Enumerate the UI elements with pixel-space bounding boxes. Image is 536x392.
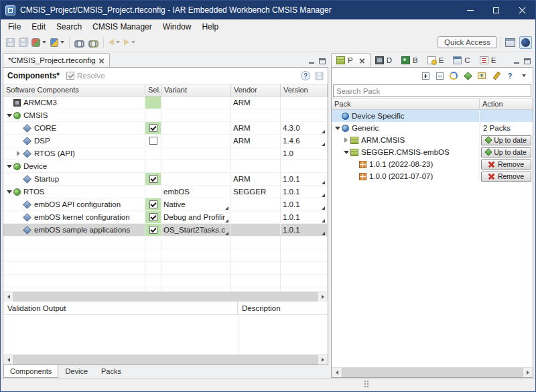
save-all-button[interactable] [17,35,29,50]
collapse-icon[interactable] [5,112,13,119]
menu-item-cmsis-manager[interactable]: CMSIS Manager [87,21,157,33]
menu-item-edit[interactable]: Edit [26,21,51,33]
component-row-embos-api-configuration[interactable]: embOS API configurationNative1.0.1 [3,198,328,211]
column-version[interactable]: Version [281,84,328,96]
collapse-icon[interactable] [5,188,13,196]
column-variant[interactable]: Variant [161,84,231,96]
scroll-left-icon[interactable] [3,292,13,302]
close-button[interactable] [509,1,535,19]
column-software-components[interactable]: Software Components [3,84,145,96]
up-to-date-button[interactable]: Up to date [481,147,531,157]
variant-cell[interactable]: Debug and Profiling [161,211,231,223]
checkbox-checked-icon[interactable] [149,226,157,234]
bottom-tab-device[interactable]: Device [58,365,94,378]
collapse-icon[interactable] [342,149,350,156]
checkbox-checked-icon[interactable] [149,213,157,221]
packs-hscrollbar[interactable] [332,367,533,377]
pack-row-1-0-1-2022-08-23[interactable]: 1.0.1 (2022-08-23)Remove [332,158,533,170]
view-tab-devices[interactable]: D [371,53,397,67]
menu-item-file[interactable]: File [3,21,26,33]
link-selection-button[interactable] [86,35,100,50]
manage-repos-icon[interactable] [490,70,502,82]
editor-tab-rteconfig[interactable]: *CMSIS_Project.rteconfig [3,53,110,67]
column-pack[interactable]: Pack [332,99,480,109]
maximize-view-icon[interactable] [524,58,531,64]
collapse-icon[interactable] [5,163,13,170]
component-row-device[interactable]: Device [3,160,328,173]
checkbox-checked-icon[interactable] [149,175,157,183]
component-row-cmsis[interactable]: CMSIS [3,109,328,122]
component-row-embos-kernel-configuration[interactable]: embOS kernel configurationDebug and Prof… [3,211,328,224]
expand-icon[interactable] [342,137,350,144]
minimize-view-icon[interactable] [514,58,520,64]
open-perspective-button[interactable] [503,35,517,50]
collapse-all-icon[interactable] [433,70,446,82]
scroll-left-icon[interactable] [3,355,13,365]
save-config-icon[interactable] [316,72,324,80]
pack-row-generic[interactable]: Generic2 Packs [332,122,533,134]
component-row-embos-sample-applications[interactable]: embOS sample applicationsOS_Start2Tasks.… [3,224,328,237]
column-action[interactable]: Action [480,99,533,109]
view-tab-packs[interactable]: P [331,53,371,67]
check-updates-icon[interactable] [462,70,474,82]
variant-cell[interactable]: OS_Start2Tasks.c [161,224,231,236]
save-button[interactable] [4,35,17,50]
component-row-startup[interactable]: StartupARM1.0.1 [3,173,328,186]
scroll-right-icon[interactable] [523,368,533,377]
menu-item-search[interactable]: Search [51,21,87,33]
component-row-armcm3[interactable]: ARMCM3ARM [3,96,328,109]
pack-row-arm-cmsis[interactable]: ARM.CMSISUp to date [332,134,533,146]
link-editor-button[interactable] [72,35,86,50]
column-vendor[interactable]: Vendor [231,84,281,96]
selection-cell[interactable] [145,211,161,223]
minimize-view-icon[interactable] [309,58,315,64]
remove-pack-button[interactable]: Remove [481,172,531,182]
component-row-core[interactable]: COREARM4.3.0 [3,122,328,135]
variant-cell[interactable]: Native [161,198,231,210]
selection-cell[interactable] [145,122,161,134]
view-menu-icon[interactable] [518,70,530,82]
view-tab-boards[interactable]: B [397,53,423,67]
quick-access-button[interactable]: Quick Access [438,36,497,48]
expand-all-icon[interactable] [419,70,431,82]
selection-cell[interactable] [145,224,161,236]
view-tab-examples[interactable]: E [423,53,449,67]
selection-cell[interactable] [145,198,161,210]
minimize-button[interactable] [457,1,483,19]
column-sel[interactable]: Sel. [145,84,161,96]
pack-row-device-specific[interactable]: Device Specific [332,110,533,122]
selection-cell[interactable] [145,173,161,185]
expand-icon[interactable] [15,150,22,157]
selection-cell[interactable] [145,135,161,147]
pack-help-icon[interactable]: ? [504,70,516,82]
sash-grip[interactable] [364,381,370,388]
rte-actions-button[interactable] [29,35,48,50]
launch-config-button[interactable] [48,35,66,50]
variant-cell[interactable]: embOS [161,186,231,198]
scrollbar-thumb[interactable] [13,355,318,365]
remove-pack-button[interactable]: Remove [481,159,531,170]
scroll-left-icon[interactable] [332,368,342,377]
validation-hscrollbar[interactable] [3,354,328,365]
maximize-view-icon[interactable] [319,58,326,64]
help-icon[interactable]: ? [301,71,310,80]
refresh-icon[interactable] [448,70,460,82]
pack-row-1-0-0-2021-07-07[interactable]: 1.0.0 (2021-07-07)Remove [332,170,533,182]
close-tab-icon[interactable] [359,58,365,64]
forward-button[interactable] [122,35,137,50]
pack-row-segger-cmsis-embos[interactable]: SEGGER.CMSIS-embOSUp to date [332,146,533,158]
checkbox-checked-icon[interactable] [149,200,157,208]
back-button[interactable] [107,35,122,50]
component-row-rtos[interactable]: RTOSembOSSEGGER1.0.1 [3,186,328,198]
close-tab-icon[interactable] [98,58,105,64]
scroll-right-icon[interactable] [318,292,328,302]
scrollbar-thumb[interactable] [13,292,318,302]
view-tab-console[interactable]: C [448,53,474,67]
bottom-tab-components[interactable]: Components [3,365,58,378]
scrollbar-thumb[interactable] [342,368,523,377]
components-hscrollbar[interactable] [3,291,328,302]
menu-item-help[interactable]: Help [196,21,224,33]
maximize-button[interactable] [483,1,509,19]
import-pack-icon[interactable] [476,70,488,82]
bottom-tab-packs[interactable]: Packs [94,365,128,378]
